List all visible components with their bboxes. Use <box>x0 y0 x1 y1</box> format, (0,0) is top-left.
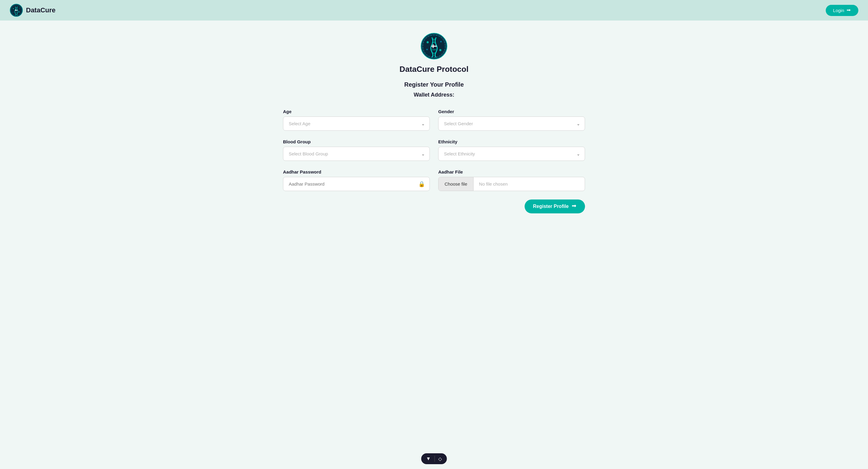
aadhar-file-wrapper: Choose file No file chosen <box>438 177 585 191</box>
down-icon: ▼ <box>426 456 431 462</box>
gender-label: Gender <box>438 109 585 114</box>
form-row-2: Blood Group Select Blood Group A+ A- B+ … <box>283 139 585 161</box>
gender-group: Gender Select Gender Male Female Other ⌄ <box>438 109 585 131</box>
aadhar-file-group: Aadhar File Choose file No file chosen <box>438 169 585 191</box>
blood-group-group: Blood Group Select Blood Group A+ A- B+ … <box>283 139 430 161</box>
main-content: DataCure Protocol Register Your Profile … <box>0 21 868 237</box>
file-name-display: No file chosen <box>473 177 585 191</box>
age-group: Age Select Age 18-25 26-35 36-45 46-55 5… <box>283 109 430 131</box>
age-select-wrapper: Select Age 18-25 26-35 36-45 46-55 56-65… <box>283 116 430 131</box>
svg-point-10 <box>19 8 20 8</box>
navbar-logo <box>10 4 23 17</box>
brand: DataCure <box>10 4 56 17</box>
aadhar-password-input[interactable] <box>283 177 430 191</box>
form-row-3: Aadhar Password 🔒 Aadhar File Choose fil… <box>283 169 585 191</box>
svg-point-7 <box>13 8 13 9</box>
bottom-bar: ▼ ◇ <box>421 453 447 464</box>
blood-group-select[interactable]: Select Blood Group A+ A- B+ B- O+ O- AB+… <box>283 147 430 161</box>
aadhar-password-wrapper: 🔒 <box>283 177 430 191</box>
svg-point-9 <box>13 12 13 13</box>
gender-select[interactable]: Select Gender Male Female Other <box>438 116 585 131</box>
aadhar-password-label: Aadhar Password <box>283 169 430 174</box>
register-btn-label: Register Profile <box>533 204 569 209</box>
login-button[interactable]: Login ⮕ <box>826 5 858 16</box>
navbar-brand-title: DataCure <box>26 6 56 14</box>
age-select[interactable]: Select Age 18-25 26-35 36-45 46-55 56-65… <box>283 116 430 131</box>
svg-point-19 <box>439 49 441 51</box>
age-label: Age <box>283 109 430 114</box>
ethnicity-label: Ethnicity <box>438 139 585 144</box>
svg-point-20 <box>427 49 428 51</box>
register-profile-button[interactable]: Register Profile ⮕ <box>525 200 585 213</box>
svg-point-8 <box>19 11 20 12</box>
svg-point-18 <box>427 41 429 43</box>
ethnicity-select-wrapper: Select Ethnicity Asian African Caucasian… <box>438 147 585 161</box>
aadhar-file-label: Aadhar File <box>438 169 585 174</box>
protocol-title: DataCure Protocol <box>400 65 468 74</box>
login-icon: ⮕ <box>846 8 851 13</box>
login-label: Login <box>833 8 844 13</box>
blood-group-label: Blood Group <box>283 139 430 144</box>
main-logo <box>421 33 447 60</box>
svg-point-21 <box>440 41 442 42</box>
choose-file-button[interactable]: Choose file <box>438 177 473 191</box>
form-heading: Register Your Profile <box>404 81 464 88</box>
lock-icon: 🔒 <box>418 181 425 188</box>
register-btn-row: Register Profile ⮕ <box>283 200 585 213</box>
aadhar-password-group: Aadhar Password 🔒 <box>283 169 430 191</box>
blood-group-select-wrapper: Select Blood Group A+ A- B+ B- O+ O- AB+… <box>283 147 430 161</box>
gender-select-wrapper: Select Gender Male Female Other ⌄ <box>438 116 585 131</box>
bottom-divider <box>434 456 435 462</box>
wallet-address-label: Wallet Address: <box>414 92 455 98</box>
form-row-1: Age Select Age 18-25 26-35 36-45 46-55 5… <box>283 109 585 131</box>
navbar: DataCure Login ⮕ <box>0 0 868 21</box>
register-btn-icon: ⮕ <box>572 204 577 209</box>
diamond-icon: ◇ <box>438 456 442 462</box>
ethnicity-select[interactable]: Select Ethnicity Asian African Caucasian… <box>438 147 585 161</box>
registration-form: Age Select Age 18-25 26-35 36-45 46-55 5… <box>283 109 585 213</box>
ethnicity-group: Ethnicity Select Ethnicity Asian African… <box>438 139 585 161</box>
